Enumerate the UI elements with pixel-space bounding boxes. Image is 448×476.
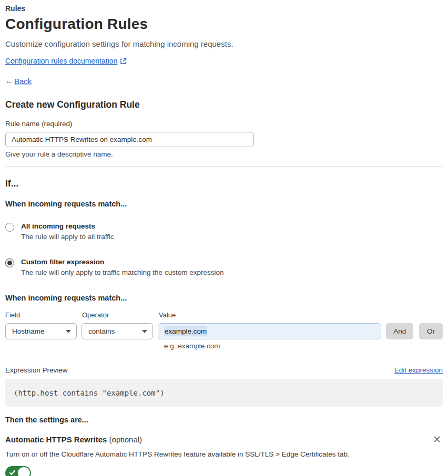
back-link[interactable]: Back [14, 77, 32, 86]
breadcrumb: Rules [5, 4, 443, 13]
create-rule-heading: Create new Configuration Rule [5, 99, 443, 110]
documentation-link[interactable]: Configuration rules documentation [5, 57, 117, 65]
setting-name: Automatic HTTPS Rewrites [5, 435, 107, 444]
expression-preview-code: (http.host contains "example.com") [5, 379, 443, 407]
match-type-label: When incoming requests match... [5, 200, 443, 208]
field-select-value: Hostname [12, 327, 63, 335]
radio-option-custom-filter[interactable]: Custom filter expression The rule will o… [5, 258, 443, 276]
if-heading: If... [5, 178, 443, 189]
toggle-knob [18, 467, 30, 476]
radio-option-label: All incoming requests [21, 222, 114, 230]
rule-name-label: Rule name (required) [5, 120, 443, 128]
expression-builder-heading: When incoming requests match... [5, 294, 443, 302]
radio-unselected-icon[interactable] [5, 223, 14, 232]
operator-column-label: Operator [82, 311, 159, 319]
field-select[interactable]: Hostname [5, 323, 77, 339]
back-row[interactable]: ← Back [5, 76, 443, 86]
setting-title: Automatic HTTPS Rewrites (optional) [5, 435, 142, 444]
page-title: Configuration Rules [5, 16, 443, 33]
close-icon[interactable]: ✕ [431, 434, 443, 444]
check-icon [9, 469, 16, 476]
radio-option-all-requests[interactable]: All incoming requests The rule will appl… [5, 222, 443, 241]
rule-name-helper: Give your rule a descriptive name. [5, 150, 443, 158]
or-button[interactable]: Or [419, 323, 443, 339]
back-arrow-icon: ← [5, 76, 14, 86]
configuration-rules-page: Rules Configuration Rules Customize conf… [0, 0, 448, 476]
radio-option-description: The rule will apply to all traffic [21, 233, 114, 241]
chevron-down-icon [142, 330, 147, 333]
radio-option-label: Custom filter expression [21, 258, 223, 266]
field-column-label: Field [5, 311, 82, 319]
value-column-label: Value [159, 311, 443, 319]
then-settings-heading: Then the settings are... [5, 416, 443, 424]
operator-select[interactable]: contains [82, 323, 153, 339]
expression-preview-label: Expression Preview [5, 366, 68, 374]
value-input[interactable]: example.com [158, 323, 381, 339]
setting-optional-label: (optional) [107, 435, 142, 444]
edit-expression-link[interactable]: Edit expression [394, 366, 443, 374]
operator-select-value: contains [88, 327, 139, 335]
chevron-down-icon [66, 330, 71, 333]
setting-description: Turn on or off the Cloudflare Automatic … [5, 450, 443, 458]
and-button[interactable]: And [386, 323, 413, 339]
automatic-https-rewrites-toggle[interactable] [5, 466, 31, 476]
rule-name-input[interactable] [5, 132, 254, 147]
section-divider [5, 166, 443, 167]
radio-option-description: The rule will only apply to traffic matc… [21, 268, 223, 276]
external-link-icon [120, 58, 127, 65]
radio-selected-icon[interactable] [5, 258, 14, 267]
value-input-text: example.com [164, 326, 207, 336]
value-helper-text: e.g. example.com [164, 342, 443, 350]
page-subtitle: Customize configuration settings for mat… [5, 39, 443, 48]
